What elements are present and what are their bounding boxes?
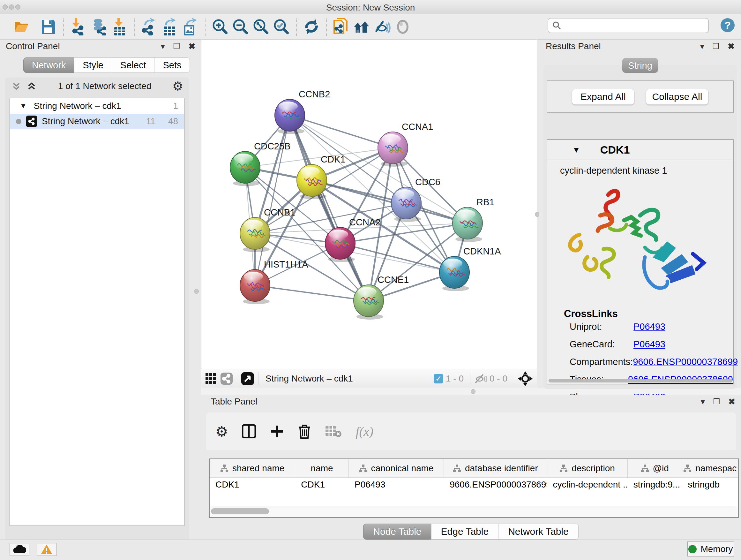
network-collection-row[interactable]: ▼ String Network – cdk1 1 xyxy=(10,98,184,114)
tab-string[interactable]: String xyxy=(622,58,658,73)
float-panel-icon[interactable]: ❒ xyxy=(713,42,720,51)
node-CCNE1[interactable]: CCNE1 xyxy=(354,274,409,320)
enhance-graphics-icon[interactable] xyxy=(374,18,391,35)
results-panel: Results Panel ▾ ❒ ✖ String Expand All Co… xyxy=(539,40,741,388)
delete-column-icon[interactable] xyxy=(298,424,311,439)
float-panel-icon[interactable]: ❒ xyxy=(713,397,720,406)
zoom-out-icon[interactable] xyxy=(232,18,249,35)
close-panel-icon[interactable]: ✖ xyxy=(728,397,735,407)
zoom-fit-icon[interactable] xyxy=(253,18,269,35)
birdseye-view-icon[interactable] xyxy=(241,372,254,385)
network-options-gear-icon[interactable]: ⚙ xyxy=(172,80,183,92)
import-network-from-file-icon[interactable] xyxy=(70,18,87,35)
search-box[interactable] xyxy=(548,18,709,33)
selected-checkbox-icon[interactable]: ✓ xyxy=(434,374,443,383)
search-input[interactable] xyxy=(562,20,699,31)
tab-edge-table[interactable]: Edge Table xyxy=(431,523,499,540)
crosslink-row: Compartments:9606.ENSP00000378699 xyxy=(569,357,733,367)
help-icon[interactable]: ? xyxy=(721,18,735,32)
window-title: Session: New Session xyxy=(0,3,741,13)
column-header-shared-name[interactable]: shared name xyxy=(210,459,295,477)
panel-menu-icon[interactable]: ▾ xyxy=(700,42,704,51)
crosslink-link[interactable]: 9606.ENSP00000378699 xyxy=(633,357,738,367)
close-panel-icon[interactable]: ✖ xyxy=(728,42,735,51)
panel-menu-icon[interactable]: ▾ xyxy=(161,42,165,51)
import-table-from-file-icon[interactable] xyxy=(111,18,128,35)
save-session-icon[interactable] xyxy=(40,18,57,35)
edge-CDK1-RB1[interactable] xyxy=(312,180,468,223)
collapse-all-button[interactable]: Collapse All xyxy=(646,89,709,105)
table-options-gear-icon[interactable]: ⚙ xyxy=(215,423,228,440)
column-header-description[interactable]: description xyxy=(547,459,627,477)
edge-CCNB2-CCNA1[interactable] xyxy=(290,115,393,148)
horizontal-splitter-handle[interactable] xyxy=(471,389,475,394)
expand-all-button[interactable]: Expand All xyxy=(572,89,634,105)
table-hscrollbar[interactable] xyxy=(210,506,738,516)
table-row[interactable]: CDK1CDK1P064939606.ENSP00000378699cyclin… xyxy=(210,478,738,494)
network-badge-icon[interactable] xyxy=(220,372,233,385)
grid-view-icon[interactable] xyxy=(205,373,217,385)
table-cell: P06493 xyxy=(349,478,444,494)
tab-network[interactable]: Network xyxy=(23,57,74,73)
node-CDKN1A[interactable]: CDKN1A xyxy=(440,246,501,291)
crosslink-link[interactable]: P06493 xyxy=(633,321,665,332)
float-panel-icon[interactable]: ❒ xyxy=(173,42,180,51)
vertical-splitter-handle-right[interactable] xyxy=(535,212,540,217)
column-header-canonical-name[interactable]: canonical name xyxy=(349,459,444,477)
cloud-tasks-button[interactable] xyxy=(10,543,29,556)
export-network-icon[interactable] xyxy=(141,18,158,35)
table-hscrollbar-thumb[interactable] xyxy=(211,508,269,514)
tab-sets[interactable]: Sets xyxy=(154,57,190,73)
zoom-in-icon[interactable] xyxy=(212,18,228,35)
results-scrollbar[interactable] xyxy=(549,379,732,382)
section-collapse-icon[interactable]: ▼ xyxy=(572,145,581,155)
show-graphics-details-icon[interactable] xyxy=(394,18,411,35)
share-document-icon[interactable] xyxy=(333,18,350,35)
import-network-from-database-icon[interactable] xyxy=(91,18,107,35)
export-image-icon[interactable] xyxy=(182,18,199,35)
node-RB1[interactable]: RB1 xyxy=(453,197,494,242)
collapse-all-icon[interactable] xyxy=(11,81,22,91)
table-header-row: shared namenamecanonical namedatabase id… xyxy=(210,459,738,478)
tab-select[interactable]: Select xyxy=(112,57,155,73)
tab-node-table[interactable]: Node Table xyxy=(363,523,431,540)
node-label-HIST1H1A: HIST1H1A xyxy=(264,259,308,269)
update-network-icon[interactable] xyxy=(303,18,320,35)
string-home-icon[interactable] xyxy=(354,18,370,35)
column-type-icon xyxy=(641,464,649,473)
control-panel: Control Panel ▾ ❒ ✖ NetworkStyleSelectSe… xyxy=(0,40,201,540)
show-columns-icon[interactable] xyxy=(242,424,256,438)
edge-HIST1H1A-CCNE1[interactable] xyxy=(255,286,368,301)
zoom-selected-icon[interactable] xyxy=(273,18,290,35)
column-header--id[interactable]: @id xyxy=(628,459,682,477)
collection-count: 1 xyxy=(173,101,178,111)
function-builder-icon[interactable]: f(x) xyxy=(355,424,374,439)
column-header-name[interactable]: name xyxy=(295,459,349,477)
tab-style[interactable]: Style xyxy=(74,57,112,73)
column-header-namespac[interactable]: namespac xyxy=(682,459,738,477)
crosslink-link[interactable]: P06493 xyxy=(633,339,665,350)
close-panel-icon[interactable]: ✖ xyxy=(188,42,195,51)
export-table-icon[interactable] xyxy=(161,18,178,35)
create-column-icon[interactable] xyxy=(270,424,284,438)
fit-selected-crosshair-icon[interactable] xyxy=(518,371,533,386)
tab-network-table[interactable]: Network Table xyxy=(498,523,579,540)
panel-menu-icon[interactable]: ▾ xyxy=(701,397,705,407)
network-row-selected[interactable]: String Network – cdk1 11 48 xyxy=(10,114,184,129)
edge-CCNB2-CCNE1[interactable] xyxy=(290,115,368,301)
node-label-CCNB2: CCNB2 xyxy=(299,89,330,99)
network-view-toolbar: String Network – cdk1 ✓ 1 - 0 0 - 0 xyxy=(201,369,537,388)
node-CDC6[interactable]: CDC6 xyxy=(391,177,441,222)
node-CCNB1[interactable]: CCNB1 xyxy=(240,207,295,252)
expand-all-icon[interactable] xyxy=(26,81,37,91)
open-session-icon[interactable] xyxy=(13,18,29,35)
node-HIST1H1A[interactable]: HIST1H1A xyxy=(240,259,308,304)
vertical-splitter-handle[interactable] xyxy=(194,289,199,294)
warnings-button[interactable] xyxy=(37,543,57,556)
delete-table-icon[interactable] xyxy=(325,425,341,438)
network-canvas[interactable]: CCNB2CCNA1CDC25BCDK1CDC6RB1CCNB1CCNA2CDK… xyxy=(201,40,537,369)
memory-button[interactable]: Memory xyxy=(687,542,734,557)
column-header-database-identifier[interactable]: database identifier xyxy=(444,459,547,477)
collection-expand-icon[interactable]: ▼ xyxy=(20,102,27,110)
node-CCNA2[interactable]: CCNA2 xyxy=(325,217,381,262)
